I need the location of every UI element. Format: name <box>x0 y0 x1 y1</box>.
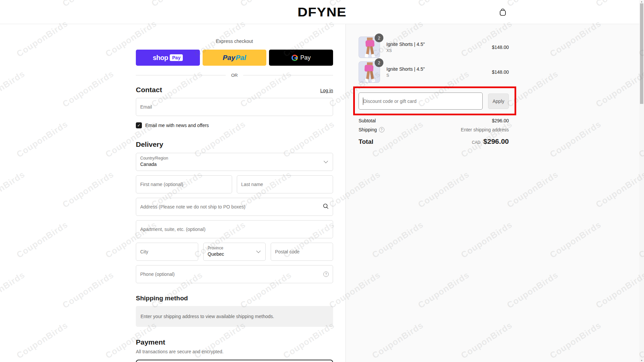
cart-button[interactable] <box>498 7 508 17</box>
currency-code: CAD <box>472 140 480 145</box>
scroll-down-arrow-icon[interactable]: ▼ <box>639 359 644 362</box>
shop-pay-button[interactable]: shop Pay <box>136 50 200 66</box>
express-buttons: shop Pay Pay Pal Pay <box>136 50 333 66</box>
scrollbar-thumb[interactable] <box>640 3 643 104</box>
email-field-wrap <box>136 98 333 116</box>
phone-input[interactable] <box>136 265 333 283</box>
store-logo[interactable]: DFYNE <box>0 5 644 19</box>
paypal-logo-2: Pal <box>235 54 246 62</box>
shop-pay-chip: Pay <box>170 54 183 61</box>
discount-code-input[interactable] <box>359 93 482 109</box>
total-value: $296.00 <box>483 137 509 145</box>
subtotal-label: Subtotal <box>359 118 376 123</box>
or-divider: OR <box>136 73 333 78</box>
credit-card-option[interactable]: Credit card VISA AMEX <box>136 360 333 362</box>
google-g-icon <box>291 55 298 61</box>
checkout-pane: Express checkout shop Pay Pay Pal Pay OR… <box>0 24 345 362</box>
scrollbar[interactable]: ▲ ▼ <box>639 0 644 362</box>
chevron-down-icon <box>324 159 328 163</box>
payment-subtitle: All transactions are secure and encrypte… <box>136 349 333 354</box>
product-thumbnail: 2 <box>359 37 380 58</box>
phone-field-wrap: ? <box>136 265 333 283</box>
first-name-field-wrap <box>136 175 232 193</box>
order-summary-pane: 2 Ignite Shorts | 4.5" XS $148.00 2 Igni… <box>345 24 644 362</box>
postal-code-input[interactable] <box>271 243 333 260</box>
item-title: Ignite Shorts | 4.5" <box>386 66 492 72</box>
shipping-method-heading: Shipping method <box>136 295 333 302</box>
chevron-down-icon <box>256 249 261 253</box>
or-label: OR <box>231 73 238 78</box>
country-select[interactable]: Country/Region Canada <box>136 153 333 171</box>
item-variant: S <box>386 73 492 78</box>
cart-item: 2 Ignite Shorts | 4.5" XS $148.00 <box>359 37 509 58</box>
product-thumbnail: 2 <box>359 61 380 83</box>
google-pay-label: Pay <box>300 54 311 61</box>
last-name-input[interactable] <box>237 176 333 193</box>
item-price: $148.00 <box>492 69 509 75</box>
province-value: Quebec <box>208 251 224 257</box>
google-pay-button[interactable]: Pay <box>269 50 333 66</box>
payment-heading: Payment <box>136 338 333 346</box>
item-variant: XS <box>386 48 492 53</box>
first-name-input[interactable] <box>136 176 232 193</box>
delivery-heading: Delivery <box>136 140 333 148</box>
express-checkout-label: Express checkout <box>136 39 333 44</box>
paypal-logo: Pay <box>223 54 235 62</box>
apartment-field-wrap <box>136 220 333 238</box>
paypal-button[interactable]: Pay Pal <box>203 50 267 66</box>
subtotal-value: $296.00 <box>492 118 509 123</box>
discount-field-wrap <box>359 93 483 110</box>
quantity-badge: 2 <box>375 58 383 67</box>
login-link[interactable]: Log in <box>320 88 333 93</box>
city-input[interactable] <box>136 243 198 260</box>
province-select[interactable]: Province Quebec <box>203 243 266 261</box>
discount-section: Apply <box>359 93 509 110</box>
item-price: $148.00 <box>492 45 509 50</box>
province-label: Province <box>208 246 223 250</box>
total-label: Total <box>359 138 373 145</box>
email-input[interactable] <box>136 98 333 116</box>
address-input[interactable] <box>136 198 333 216</box>
country-label: Country/Region <box>140 156 168 161</box>
shipping-value: Enter shipping address <box>461 127 509 132</box>
shipping-info-icon[interactable]: ? <box>379 127 384 132</box>
city-field-wrap <box>136 243 198 261</box>
help-icon[interactable]: ? <box>323 272 329 277</box>
item-title: Ignite Shorts | 4.5" <box>386 42 492 47</box>
apartment-input[interactable] <box>136 221 333 238</box>
shipping-method-notice: Enter your shipping address to view avai… <box>136 306 333 327</box>
cart-item: 2 Ignite Shorts | 4.5" S $148.00 <box>359 61 509 83</box>
apply-button[interactable]: Apply <box>488 94 509 109</box>
newsletter-label: Email me with news and offers <box>145 123 209 128</box>
country-value: Canada <box>140 162 157 167</box>
newsletter-checkbox[interactable]: ✓ <box>136 122 142 128</box>
scroll-up-arrow-icon[interactable]: ▲ <box>639 0 644 3</box>
search-icon <box>323 203 329 210</box>
quantity-badge: 2 <box>375 34 383 42</box>
contact-heading: Contact <box>136 86 162 94</box>
address-field-wrap <box>136 198 333 216</box>
last-name-field-wrap <box>237 175 333 193</box>
postal-field-wrap <box>271 243 333 261</box>
shop-pay-logo: shop <box>153 54 168 62</box>
checkout-header: DFYNE <box>0 0 644 24</box>
cart-bag-icon <box>498 7 508 17</box>
shipping-label: Shipping <box>359 127 377 132</box>
